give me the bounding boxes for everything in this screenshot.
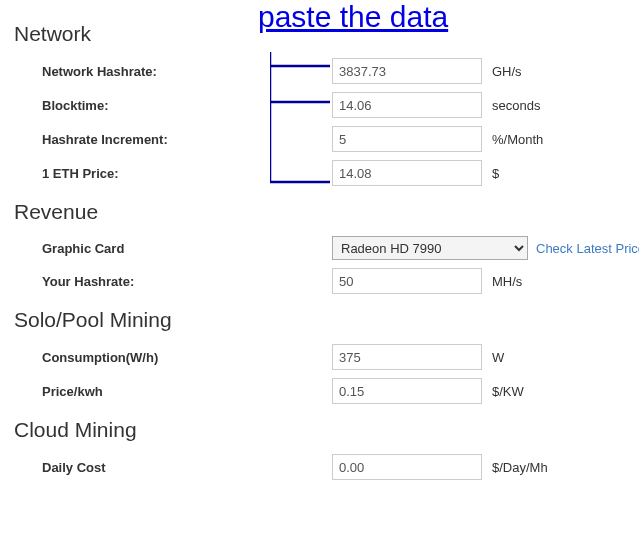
heading-revenue: Revenue	[14, 200, 625, 224]
input-blocktime[interactable]	[332, 92, 482, 118]
select-graphic-card[interactable]: Radeon HD 7990	[332, 236, 528, 260]
unit-daily-cost: $/Day/Mh	[492, 460, 548, 475]
row-daily-cost: Daily Cost $/Day/Mh	[42, 454, 625, 480]
heading-network: Network	[14, 22, 625, 46]
unit-blocktime: seconds	[492, 98, 540, 113]
heading-cloud: Cloud Mining	[14, 418, 625, 442]
unit-price-kwh: $/KW	[492, 384, 524, 399]
label-eth-price: 1 ETH Price:	[42, 166, 332, 181]
label-your-hashrate: Your Hashrate:	[42, 274, 332, 289]
row-hashrate-increment: Hashrate Increment: %/Month	[42, 126, 625, 152]
label-consumption: Consumption(W/h)	[42, 350, 332, 365]
label-daily-cost: Daily Cost	[42, 460, 332, 475]
unit-network-hashrate: GH/s	[492, 64, 522, 79]
row-graphic-card: Graphic Card Radeon HD 7990 Check Latest…	[42, 236, 625, 260]
input-eth-price[interactable]	[332, 160, 482, 186]
label-graphic-card: Graphic Card	[42, 241, 332, 256]
heading-mining: Solo/Pool Mining	[14, 308, 625, 332]
row-blocktime: Blocktime: seconds	[42, 92, 625, 118]
row-consumption: Consumption(W/h) W	[42, 344, 625, 370]
unit-your-hashrate: MH/s	[492, 274, 522, 289]
row-network-hashrate: Network Hashrate: GH/s	[42, 58, 625, 84]
row-price-kwh: Price/kwh $/KW	[42, 378, 625, 404]
input-price-kwh[interactable]	[332, 378, 482, 404]
unit-hashrate-increment: %/Month	[492, 132, 543, 147]
label-blocktime: Blocktime:	[42, 98, 332, 113]
link-check-latest-price[interactable]: Check Latest Price	[536, 241, 639, 256]
input-daily-cost[interactable]	[332, 454, 482, 480]
input-consumption[interactable]	[332, 344, 482, 370]
unit-eth-price: $	[492, 166, 499, 181]
row-eth-price: 1 ETH Price: $	[42, 160, 625, 186]
input-network-hashrate[interactable]	[332, 58, 482, 84]
unit-consumption: W	[492, 350, 504, 365]
label-hashrate-increment: Hashrate Increment:	[42, 132, 332, 147]
input-your-hashrate[interactable]	[332, 268, 482, 294]
label-network-hashrate: Network Hashrate:	[42, 64, 332, 79]
label-price-kwh: Price/kwh	[42, 384, 332, 399]
input-hashrate-increment[interactable]	[332, 126, 482, 152]
row-your-hashrate: Your Hashrate: MH/s	[42, 268, 625, 294]
